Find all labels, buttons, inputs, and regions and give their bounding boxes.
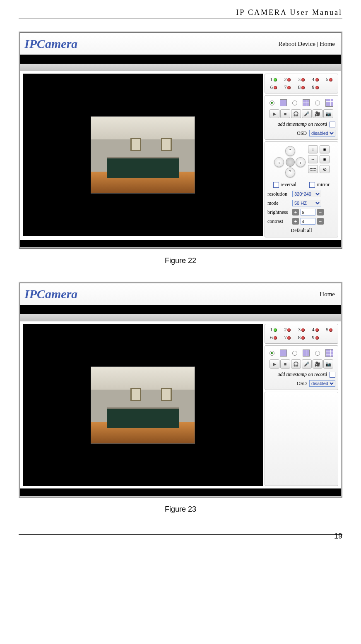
io-off-button[interactable]: ⊘ <box>320 165 330 173</box>
led-icon <box>301 86 305 89</box>
resolution-label: resolution <box>267 191 291 197</box>
led-icon <box>274 86 277 89</box>
channel-num[interactable]: 7 <box>284 335 286 341</box>
view4-radio[interactable] <box>292 351 297 356</box>
brightness-plus[interactable]: + <box>292 209 299 215</box>
grid1-icon <box>280 350 287 357</box>
home-link[interactable]: Home <box>320 291 335 297</box>
view1-radio[interactable] <box>270 351 274 356</box>
channel-num[interactable]: 9 <box>312 84 315 91</box>
reversal-checkbox[interactable] <box>273 182 279 188</box>
fig23-caption: Figure 23 <box>19 505 342 514</box>
channel-num[interactable]: 6 <box>270 84 273 91</box>
stop-button[interactable]: ■ <box>280 359 290 369</box>
channel-num[interactable]: 3 <box>298 77 301 83</box>
figure-22: IPCamera Reboot Device | Home <box>19 31 342 265</box>
footer-bar <box>20 488 341 496</box>
led-icon <box>315 336 319 340</box>
mirror-checkbox[interactable] <box>309 182 315 188</box>
channel-num[interactable]: 7 <box>284 84 286 91</box>
snapshot-button[interactable]: 📷 <box>323 109 333 118</box>
contrast-label: contrast <box>267 218 291 225</box>
channel-num[interactable]: 6 <box>270 335 273 341</box>
play-button[interactable]: ▶ <box>270 109 279 118</box>
view1-radio[interactable] <box>270 101 274 105</box>
channel-num[interactable]: 3 <box>298 327 301 333</box>
io-on-button[interactable]: ⊂⊃ <box>308 165 318 173</box>
footer-bar <box>20 240 341 247</box>
talk-button[interactable]: 🎤 <box>302 109 312 118</box>
channel-num[interactable]: 8 <box>298 84 301 91</box>
led-icon <box>315 328 319 332</box>
record-button[interactable]: 🎥 <box>313 359 322 369</box>
play-button[interactable]: ▶ <box>270 359 279 369</box>
talk-button[interactable]: 🎤 <box>302 359 312 369</box>
led-icon <box>287 328 291 332</box>
channel-num[interactable]: 9 <box>312 335 315 341</box>
led-icon <box>329 328 332 332</box>
record-button[interactable]: 🎥 <box>313 109 322 118</box>
hstop-button[interactable]: ■ <box>320 155 330 163</box>
channel-num[interactable]: 8 <box>298 335 301 341</box>
contrast-plus[interactable]: + <box>292 218 299 225</box>
channel-num[interactable]: 4 <box>312 327 315 333</box>
grid4-icon <box>303 99 310 106</box>
view4-radio[interactable] <box>292 101 297 105</box>
mode-select[interactable]: 50 HZ <box>292 200 321 206</box>
fig22-caption: Figure 22 <box>19 256 342 265</box>
resolution-select[interactable]: 320*240 <box>292 191 321 197</box>
contrast-input[interactable] <box>301 218 315 225</box>
led-icon <box>287 78 291 81</box>
channel-num[interactable]: 2 <box>284 327 286 333</box>
stop-button[interactable]: ■ <box>280 109 290 118</box>
ptz-down-button[interactable]: ˅ <box>285 168 295 177</box>
timestamp-label: add timestamp on record <box>278 371 327 378</box>
header-rule <box>19 19 342 19</box>
grid9-icon <box>325 349 333 357</box>
contrast-minus[interactable]: − <box>317 218 324 225</box>
ptz-right-button[interactable]: › <box>296 157 306 167</box>
led-icon <box>301 336 305 340</box>
hpatrol-button[interactable]: ↔ <box>308 155 318 163</box>
timestamp-checkbox[interactable] <box>330 122 335 127</box>
led-icon <box>329 78 332 81</box>
video-canvas <box>23 74 263 236</box>
mirror-label: mirror <box>317 182 330 188</box>
snapshot-button[interactable]: 📷 <box>323 359 333 369</box>
channel-num[interactable]: 1 <box>270 77 273 83</box>
view9-radio[interactable] <box>315 101 320 105</box>
screenshot-fig22: IPCamera Reboot Device | Home <box>19 31 342 249</box>
home-link[interactable]: Home <box>320 41 335 47</box>
audio-button[interactable]: 🎧 <box>291 359 301 369</box>
ptz-up-button[interactable]: ˄ <box>285 146 295 156</box>
default-all-button[interactable]: Default all <box>291 227 312 233</box>
ptz-left-button[interactable]: ‹ <box>274 157 284 167</box>
reboot-link[interactable]: Reboot Device <box>278 41 315 47</box>
brightness-input[interactable] <box>301 209 315 215</box>
channel-num[interactable]: 2 <box>284 77 286 83</box>
video-frame <box>91 116 195 194</box>
vpatrol-button[interactable]: ↕ <box>308 145 318 153</box>
channel-num[interactable]: 5 <box>326 327 328 333</box>
channel-num[interactable]: 5 <box>326 77 328 83</box>
footer-rule <box>19 534 342 535</box>
channel-panel: 1 2 3 4 5 6 7 8 9 <box>265 324 338 344</box>
view9-radio[interactable] <box>315 351 320 356</box>
link-sep: | <box>315 41 320 47</box>
sub-bar-grey <box>20 314 341 321</box>
screenshot-fig23: IPCamera Home <box>19 282 342 498</box>
osd-select[interactable]: disabled <box>309 130 335 136</box>
video-canvas <box>23 324 263 486</box>
timestamp-checkbox[interactable] <box>330 372 335 378</box>
channel-num[interactable]: 1 <box>270 327 273 333</box>
brightness-minus[interactable]: − <box>317 209 324 215</box>
vstop-button[interactable]: ■ <box>320 145 330 153</box>
ptz-center-button[interactable] <box>286 158 295 167</box>
blank-panel <box>265 392 338 486</box>
channel-num[interactable]: 4 <box>312 77 315 83</box>
brightness-label: brightness <box>267 209 291 215</box>
osd-select[interactable]: disabled <box>309 380 335 387</box>
reversal-label: reversal <box>281 182 296 188</box>
view-panel: ▶ ■ 🎧 🎤 🎥 📷 add timestamp on record <box>265 345 338 390</box>
audio-button[interactable]: 🎧 <box>291 109 301 118</box>
